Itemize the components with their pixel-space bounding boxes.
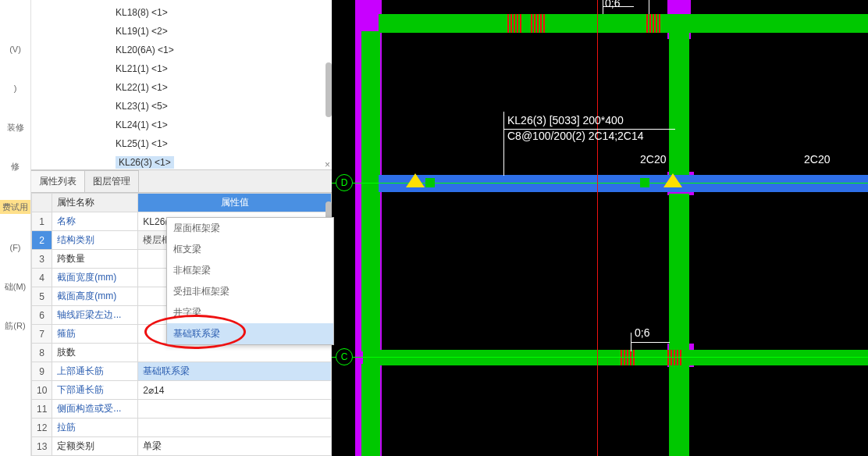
table-row[interactable]: 13定额类别单梁 (32, 437, 332, 456)
dropdown-option-highlighted[interactable]: 基础联系梁 (167, 323, 333, 344)
header-name: 属性名称 (52, 194, 138, 212)
tree-item[interactable]: KL20(6A) <1> (31, 41, 332, 59)
beam-label-line2: C8@100/200(2) 2C14;2C14 (507, 130, 644, 142)
leader (603, 0, 603, 14)
leader (503, 112, 504, 176)
dropdown-option[interactable]: 屋面框架梁 (167, 218, 333, 239)
header-value: 属性值 (138, 194, 332, 212)
axis-line-c (332, 357, 868, 358)
table-row[interactable]: 11侧面构造或受... (32, 400, 332, 419)
property-tabs: 属性列表 图层管理 (31, 170, 332, 193)
tree-item-selected[interactable]: KL26(3) <1> (31, 153, 332, 170)
strip-item-trial[interactable]: 费试用 (0, 200, 30, 214)
strip-item[interactable]: 修 (11, 161, 20, 172)
property-panel: × 属性列表 图层管理 属性名称 属性值 1名称KL26(3) 2结构类别楼层框… (31, 170, 332, 456)
cad-viewport[interactable]: D C 0;6 0;6 0;6 KL26(3) [5033] 200*400 C… (332, 0, 868, 456)
square-marker (425, 178, 435, 187)
beam-label-line1: KL26(3) [5033] 200*400 (507, 114, 624, 126)
axis-bubble-d: D (336, 174, 353, 191)
strip-item[interactable]: 装修 (7, 122, 24, 133)
beam (363, 350, 868, 365)
dropdown-option[interactable]: 非框架梁 (167, 260, 333, 281)
beam (669, 194, 689, 350)
hatch (621, 350, 635, 365)
crosshair-v (597, 0, 598, 456)
tree-item[interactable]: KL22(1) <1> (31, 78, 332, 97)
table-row[interactable]: 9上部通长筋基础联系梁 (32, 362, 332, 381)
mid-panel: KL18(8) <1> KL19(1) <2> KL20(6A) <1> KL2… (31, 0, 332, 456)
label-2c20: 2C20 (640, 153, 666, 166)
dropdown-option[interactable]: 框支梁 (167, 239, 333, 260)
strip-item[interactable]: (V) (9, 44, 21, 55)
beam (361, 31, 380, 351)
tree-item[interactable]: KL18(8) <1> (31, 3, 332, 22)
tree-item[interactable]: KL19(1) <2> (31, 22, 332, 41)
beam (379, 14, 868, 33)
tree-list: KL18(8) <1> KL19(1) <2> KL20(6A) <1> KL2… (31, 0, 332, 170)
tree-item[interactable]: KL23(1) <5> (31, 97, 332, 116)
leader (631, 342, 670, 343)
dropdown-option[interactable]: 受扭非框架梁 (167, 281, 333, 302)
tab-properties[interactable]: 属性列表 (31, 170, 85, 192)
beam (361, 364, 380, 456)
header-blank (32, 194, 52, 212)
tree-panel: KL18(8) <1> KL19(1) <2> KL20(6A) <1> KL2… (31, 0, 332, 170)
structure-type-dropdown: 屋面框架梁 框支梁 非框架梁 受扭非框架梁 井字梁 基础联系梁 (166, 217, 334, 345)
left-icon-strip: (V) ) 装修 修 费试用 (F) 础(M) 筋(R) (0, 0, 31, 456)
hatch (667, 350, 681, 365)
strip-item[interactable]: 础(M) (5, 281, 27, 292)
close-icon[interactable]: × (325, 159, 330, 170)
hatch (531, 14, 545, 33)
label-06: 0;6 (635, 326, 649, 339)
strip-item[interactable]: ) (14, 83, 17, 94)
strip-item[interactable]: (F) (9, 242, 20, 253)
beam-selected (379, 175, 868, 192)
hatch (646, 14, 660, 33)
label-06: 0;6 (605, 0, 620, 9)
table-row[interactable]: 10下部通长筋2⌀14 (32, 381, 332, 400)
beam (669, 365, 689, 456)
triangle-marker (406, 173, 425, 187)
axis-bubble-c: C (336, 348, 353, 365)
triangle-marker (663, 173, 682, 187)
strip-item[interactable]: 筋(R) (5, 320, 25, 331)
table-row[interactable]: 8肢数 (32, 344, 332, 362)
hatch (507, 14, 521, 33)
tree-item[interactable]: KL25(1) <1> (31, 134, 332, 153)
tree-scrollbar[interactable] (326, 62, 332, 117)
table-row[interactable]: 12拉筋 (32, 419, 332, 437)
leader (649, 0, 649, 14)
tree-item[interactable]: KL21(1) <1> (31, 59, 332, 78)
label-2c20: 2C20 (804, 153, 830, 166)
tree-item[interactable]: KL24(1) <1> (31, 116, 332, 134)
beam (669, 31, 689, 180)
square-marker (640, 178, 649, 187)
tab-layers[interactable]: 图层管理 (85, 170, 139, 192)
dropdown-option[interactable]: 井字梁 (167, 302, 333, 323)
